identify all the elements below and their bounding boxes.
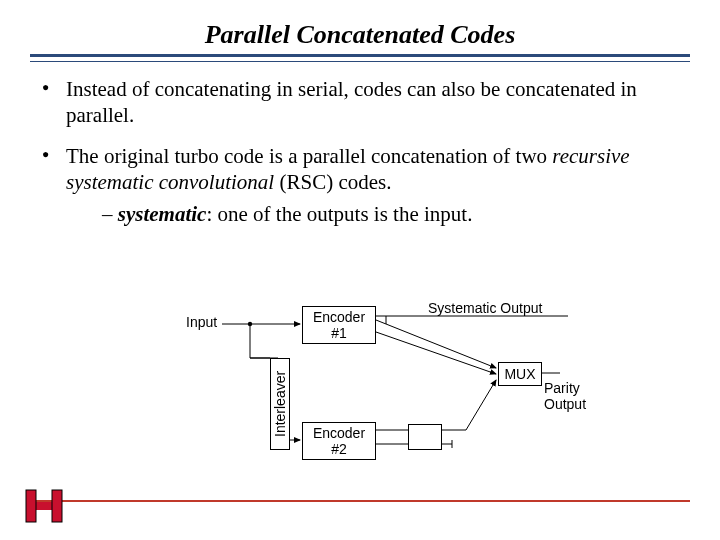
bullet-2: The original turbo code is a parallel co…	[48, 143, 686, 228]
svg-rect-23	[26, 490, 36, 522]
label-systematic-output: Systematic Output	[428, 300, 542, 316]
footer-rule	[30, 500, 690, 502]
title-underline	[30, 54, 690, 62]
svg-point-2	[248, 322, 252, 326]
svg-line-19	[466, 380, 496, 430]
label-input: Input	[186, 314, 217, 330]
turbo-encoder-diagram: Input Systematic Output Parity Output En…	[150, 296, 590, 486]
svg-line-14	[376, 320, 496, 368]
bullet-2-sub: – systematic: one of the outputs is the …	[102, 201, 686, 227]
block-puncture	[408, 424, 442, 450]
svg-rect-24	[52, 490, 62, 522]
label-parity-output: Parity Output	[544, 380, 586, 412]
block-encoder-2: Encoder #2	[302, 422, 376, 460]
svg-rect-25	[36, 502, 52, 510]
bullet-1: Instead of concatenating in serial, code…	[48, 76, 686, 129]
uh-logo	[24, 486, 64, 526]
svg-line-15	[376, 332, 496, 374]
block-mux: MUX	[498, 362, 542, 386]
slide-title: Parallel Concatenated Codes	[30, 20, 690, 50]
block-encoder-1: Encoder #1	[302, 306, 376, 344]
block-interleaver: Interleaver	[270, 358, 290, 450]
